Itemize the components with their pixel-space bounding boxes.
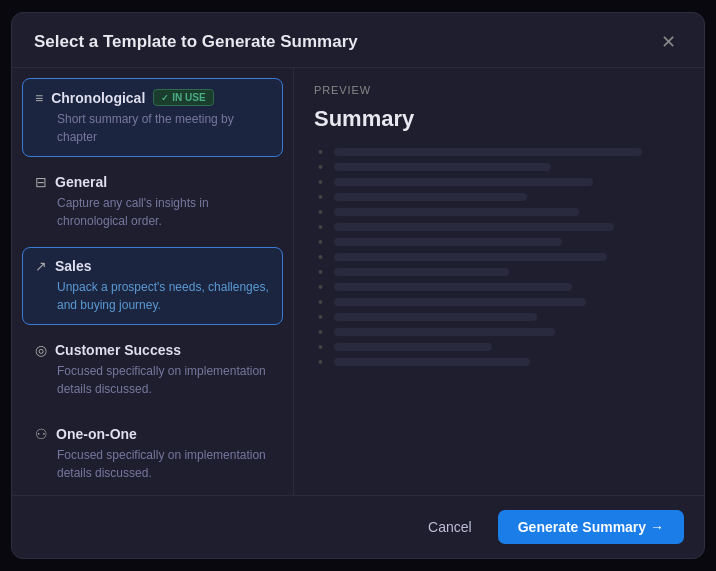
template-item-one-on-one[interactable]: ⚇One-on-OneFocused specifically on imple… (22, 415, 283, 493)
template-name-sales: Sales (55, 258, 92, 274)
preview-line (334, 253, 607, 261)
template-item-general[interactable]: ⊟GeneralCapture any call's insights in c… (22, 163, 283, 241)
template-name-one-on-one: One-on-One (56, 426, 137, 442)
cancel-button[interactable]: Cancel (412, 511, 488, 543)
generate-summary-button[interactable]: Generate Summary → (498, 510, 684, 544)
template-icon-one-on-one: ⚇ (35, 426, 48, 442)
template-desc-chronological: Short summary of the meeting by chapter (35, 110, 270, 146)
preview-label: PREVIEW (314, 84, 684, 96)
preview-line (334, 163, 551, 171)
preview-line (334, 343, 492, 351)
template-desc-one-on-one: Focused specifically on implementation d… (35, 446, 270, 482)
template-item-customer-success[interactable]: ◎Customer SuccessFocused specifically on… (22, 331, 283, 409)
modal: Select a Template to Generate Summary ✕ … (11, 12, 705, 559)
template-item-sales[interactable]: ↗SalesUnpack a prospect's needs, challen… (22, 247, 283, 325)
template-desc-sales: Unpack a prospect's needs, challenges, a… (35, 278, 270, 314)
preview-panel: PREVIEW Summary (294, 68, 704, 495)
modal-footer: Cancel Generate Summary → (12, 495, 704, 558)
template-item-chronological[interactable]: ≡ChronologicalIN USEShort summary of the… (22, 78, 283, 157)
template-desc-customer-success: Focused specifically on implementation d… (35, 362, 270, 398)
preview-line (334, 178, 593, 186)
template-list: ≡ChronologicalIN USEShort summary of the… (12, 68, 294, 495)
preview-line (334, 208, 579, 216)
template-name-chronological: Chronological (51, 90, 145, 106)
template-name-general: General (55, 174, 107, 190)
template-desc-general: Capture any call's insights in chronolog… (35, 194, 270, 230)
preview-line (334, 313, 537, 321)
modal-header: Select a Template to Generate Summary ✕ (12, 13, 704, 68)
preview-line (334, 223, 614, 231)
modal-body: ≡ChronologicalIN USEShort summary of the… (12, 68, 704, 495)
preview-line (334, 358, 530, 366)
template-icon-chronological: ≡ (35, 90, 43, 106)
preview-line (334, 238, 562, 246)
preview-lines (334, 148, 684, 366)
modal-overlay: Select a Template to Generate Summary ✕ … (0, 0, 716, 571)
preview-line (334, 298, 586, 306)
in-use-badge: IN USE (153, 89, 213, 106)
template-icon-sales: ↗ (35, 258, 47, 274)
preview-lines-container (314, 148, 684, 366)
preview-line (334, 328, 555, 336)
preview-title: Summary (314, 106, 684, 132)
preview-line (334, 148, 642, 156)
modal-title: Select a Template to Generate Summary (34, 32, 358, 52)
preview-line (334, 283, 572, 291)
preview-line (334, 268, 509, 276)
template-name-customer-success: Customer Success (55, 342, 181, 358)
preview-line (334, 193, 527, 201)
template-icon-customer-success: ◎ (35, 342, 47, 358)
close-button[interactable]: ✕ (655, 31, 682, 53)
template-icon-general: ⊟ (35, 174, 47, 190)
